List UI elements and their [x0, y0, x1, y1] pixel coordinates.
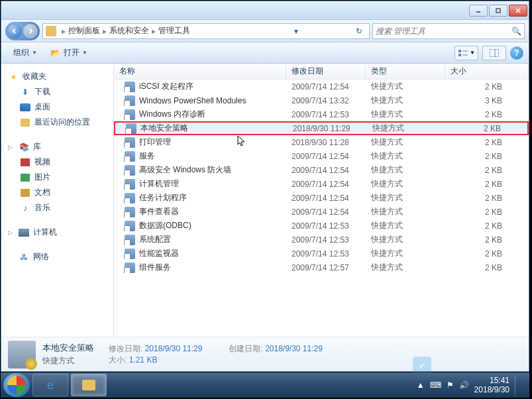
file-date: 2009/7/14 12:53	[286, 235, 366, 245]
tray-show-hidden-icon[interactable]: ▲	[417, 380, 425, 390]
file-row[interactable]: 事件查看器2009/7/14 12:54快捷方式2 KB	[114, 205, 529, 219]
file-date: 2009/7/14 13:32	[286, 96, 366, 105]
shortcut-icon	[125, 151, 135, 162]
search-icon[interactable]: 🔍	[511, 27, 521, 36]
file-size: 2 KB	[445, 235, 529, 245]
file-type: 快捷方式	[366, 206, 445, 217]
breadcrumb-item[interactable]: 系统和安全	[109, 25, 149, 36]
sidebar-item-downloads[interactable]: ⬇下载	[4, 84, 111, 99]
taskbar-ie[interactable]: e	[32, 374, 68, 396]
sidebar-computer[interactable]: ▷计算机	[4, 225, 111, 240]
file-name: 任务计划程序	[139, 192, 187, 203]
preview-pane-button[interactable]	[482, 46, 506, 60]
computer-label: 计算机	[33, 227, 57, 238]
file-row[interactable]: 服务2009/7/14 12:54快捷方式2 KB	[114, 149, 529, 163]
file-date: 2009/7/14 12:54	[286, 152, 366, 161]
nav-back-forward	[5, 22, 40, 40]
maximize-button[interactable]	[489, 5, 507, 17]
shortcut-icon	[125, 165, 135, 176]
sidebar-item-videos[interactable]: 视频	[4, 154, 111, 170]
file-name: 性能监视器	[139, 248, 179, 259]
file-row[interactable]: 本地安全策略2018/9/30 11:29快捷方式2 KB	[114, 121, 529, 135]
breadcrumb-dropdown-icon[interactable]: ▾	[289, 24, 303, 38]
file-size: 2 KB	[445, 207, 529, 217]
file-date: 2018/9/30 11:28	[286, 138, 366, 147]
file-row[interactable]: Windows PowerShell Modules2009/7/14 13:3…	[114, 93, 529, 107]
tray-volume-icon[interactable]: 🔊	[459, 380, 469, 390]
taskbar-explorer[interactable]	[71, 374, 107, 396]
ie-icon: e	[47, 378, 54, 392]
breadcrumb-item[interactable]: 管理工具	[158, 25, 190, 36]
folder-icon	[46, 26, 56, 36]
refresh-icon[interactable]: ↻	[352, 24, 366, 38]
show-desktop-button[interactable]	[515, 375, 521, 395]
file-size: 2 KB	[445, 152, 529, 161]
file-row[interactable]: 系统配置2009/7/14 12:53快捷方式2 KB	[114, 233, 529, 247]
file-name: Windows PowerShell Modules	[139, 96, 246, 105]
shortcut-icon	[125, 207, 135, 217]
titlebar	[1, 1, 529, 20]
file-type: 快捷方式	[366, 234, 445, 245]
sidebar-item-music[interactable]: ♪音乐	[4, 200, 111, 215]
help-button[interactable]: ?	[510, 46, 523, 60]
file-date: 2009/7/14 12:53	[286, 249, 366, 258]
sidebar-item-pictures[interactable]: 图片	[4, 170, 111, 185]
file-row[interactable]: 组件服务2009/7/14 12:57快捷方式2 KB	[114, 260, 529, 274]
taskbar: e ▲ ⌨ ⚑ 🔊 15:41 2018/9/30	[1, 372, 529, 398]
open-icon: 📂	[50, 48, 61, 58]
file-row[interactable]: 打印管理2018/9/30 11:28快捷方式2 KB	[114, 135, 529, 149]
file-type: 快捷方式	[366, 248, 445, 259]
file-size: 2 KB	[445, 180, 529, 189]
file-row[interactable]: 性能监视器2009/7/14 12:53快捷方式2 KB	[114, 247, 529, 260]
sidebar-item-documents[interactable]: 文档	[4, 185, 111, 200]
file-date: 2009/7/14 12:54	[286, 82, 366, 91]
column-type[interactable]: 类型	[366, 64, 445, 79]
tray-action-center-icon[interactable]: ⚑	[447, 380, 454, 390]
sidebar-favorites[interactable]: ★收藏夹	[4, 69, 111, 84]
start-button[interactable]	[3, 373, 30, 397]
star-icon: ★	[8, 72, 19, 82]
breadcrumb-item[interactable]: 控制面板	[68, 25, 100, 36]
file-type: 快捷方式	[366, 220, 445, 231]
file-row[interactable]: 任务计划程序2009/7/14 12:54快捷方式2 KB	[114, 191, 529, 205]
forward-button[interactable]	[23, 24, 38, 38]
file-list[interactable]: iSCSI 发起程序2009/7/14 12:54快捷方式2 KBWindows…	[114, 80, 529, 337]
desktop-icon	[20, 102, 30, 113]
close-button[interactable]	[509, 5, 527, 17]
file-date: 2018/9/30 11:29	[288, 124, 367, 133]
file-row[interactable]: 计算机管理2009/7/14 12:54快捷方式2 KB	[114, 177, 529, 191]
details-icon	[8, 341, 36, 369]
file-type: 快捷方式	[366, 109, 445, 120]
sidebar-item-recent[interactable]: 最近访问的位置	[4, 115, 111, 130]
column-size[interactable]: 大小	[445, 64, 529, 79]
sidebar-network[interactable]: 🖧网络	[4, 249, 111, 264]
breadcrumb[interactable]: ▸ 控制面板 ▸ 系统和安全 ▸ 管理工具 ▾ ↻	[42, 23, 370, 39]
file-row[interactable]: 高级安全 Windows 防火墙2009/7/14 12:54快捷方式2 KB	[114, 163, 529, 177]
file-row[interactable]: Windows 内存诊断2009/7/14 12:53快捷方式2 KB	[114, 107, 529, 121]
open-label: 打开	[64, 47, 80, 58]
file-type: 快捷方式	[366, 95, 445, 106]
file-size: 2 KB	[445, 249, 529, 258]
network-label: 网络	[33, 251, 49, 262]
organize-menu[interactable]: 组织▼	[7, 44, 44, 61]
search-input[interactable]	[376, 27, 511, 36]
column-date[interactable]: 修改日期	[286, 64, 366, 79]
sidebar-item-desktop[interactable]: 桌面	[4, 99, 111, 115]
open-button[interactable]: 📂打开▼	[44, 44, 94, 61]
tray-keyboard-icon[interactable]: ⌨	[430, 380, 441, 390]
file-row[interactable]: iSCSI 发起程序2009/7/14 12:54快捷方式2 KB	[114, 80, 529, 93]
file-size: 3 KB	[445, 96, 529, 105]
shortcut-icon	[125, 137, 135, 148]
file-name: 数据源(ODBC)	[139, 220, 191, 231]
tray-clock[interactable]: 15:41 2018/9/30	[474, 376, 509, 395]
file-row[interactable]: 数据源(ODBC)2009/7/14 12:53快捷方式2 KB	[114, 219, 529, 233]
back-button[interactable]	[7, 24, 22, 38]
search-box[interactable]: 🔍	[372, 23, 525, 39]
view-options-button[interactable]: ▼	[454, 46, 478, 60]
minimize-button[interactable]	[469, 5, 488, 17]
sidebar-libraries[interactable]: ▷📚库	[4, 139, 111, 154]
file-date: 2009/7/14 12:54	[286, 207, 366, 217]
column-name[interactable]: 名称	[114, 64, 286, 79]
file-size: 2 KB	[445, 110, 529, 119]
file-type: 快捷方式	[366, 262, 445, 273]
